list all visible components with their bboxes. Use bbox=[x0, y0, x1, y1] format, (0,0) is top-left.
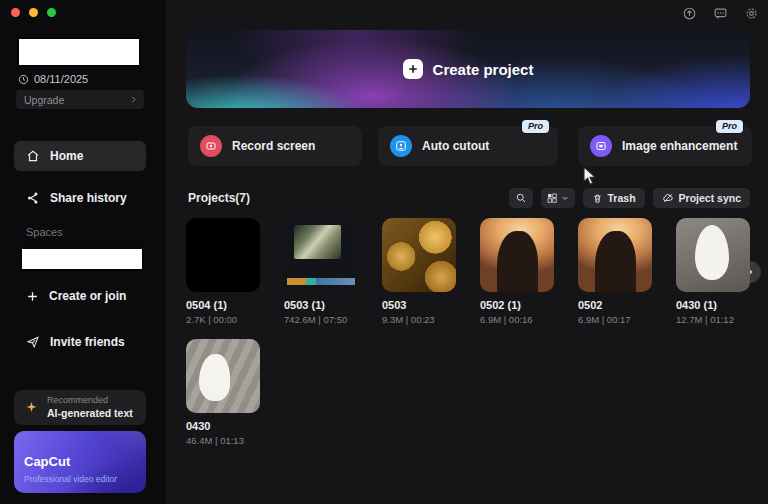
auto-cutout-button[interactable]: Auto cutout Pro bbox=[378, 126, 558, 166]
sidebar-item-label: Share history bbox=[50, 191, 127, 205]
minimize-window-button[interactable] bbox=[29, 8, 38, 17]
project-stats: 742.6M | 07:50 bbox=[284, 314, 358, 325]
project-name: 0503 bbox=[382, 299, 456, 311]
projects-header: Projects(7) bbox=[166, 188, 768, 210]
sidebar-item-label: Home bbox=[50, 149, 83, 163]
project-stats: 6.9M | 00:17 bbox=[578, 314, 652, 325]
invite-friends-button[interactable]: Invite friends bbox=[14, 327, 146, 357]
project-name: 0502 bbox=[578, 299, 652, 311]
project-stats: 12.7M | 01:12 bbox=[676, 314, 750, 325]
project-name: 0503 (1) bbox=[284, 299, 358, 311]
project-stats: 6.9M | 00:16 bbox=[480, 314, 554, 325]
space-name-redacted[interactable] bbox=[20, 247, 144, 271]
project-thumbnail[interactable] bbox=[186, 339, 260, 413]
project-name: 0430 (1) bbox=[676, 299, 750, 311]
search-button[interactable] bbox=[509, 188, 533, 208]
search-icon bbox=[515, 192, 527, 204]
main-area: Create project Record screen Auto cutout bbox=[166, 0, 768, 504]
trash-icon bbox=[592, 193, 603, 204]
recommended-eyebrow: Recommended bbox=[47, 395, 108, 405]
send-icon bbox=[26, 335, 40, 349]
titlebar-actions bbox=[680, 4, 760, 22]
project-thumbnail[interactable] bbox=[480, 218, 554, 292]
date-label: 08/11/2025 bbox=[34, 73, 88, 85]
project-thumbnail[interactable] bbox=[284, 218, 358, 292]
home-icon bbox=[26, 149, 40, 163]
project-stats: 2.7K | 00:00 bbox=[186, 314, 260, 325]
capcut-title: CapCut bbox=[24, 454, 70, 469]
mouse-cursor bbox=[583, 166, 598, 186]
trash-label: Trash bbox=[608, 192, 636, 204]
close-window-button[interactable] bbox=[11, 8, 20, 17]
project-sync-label: Project sync bbox=[679, 192, 741, 204]
capcut-home-window: 08/11/2025 Upgrade Home Share histor bbox=[0, 0, 768, 504]
sparkle-icon bbox=[24, 400, 39, 415]
project-card: 0430 46.4M | 01:13 bbox=[186, 339, 260, 446]
image-enhancement-icon bbox=[590, 135, 612, 157]
pro-badge: Pro bbox=[716, 120, 743, 133]
project-stats: 9.3M | 00:23 bbox=[382, 314, 456, 325]
zoom-window-button[interactable] bbox=[47, 8, 56, 17]
auto-cutout-label: Auto cutout bbox=[422, 139, 489, 153]
pro-badge: Pro bbox=[522, 120, 549, 133]
create-project-banner[interactable]: Create project bbox=[186, 30, 750, 108]
record-screen-label: Record screen bbox=[232, 139, 315, 153]
plus-icon bbox=[26, 290, 39, 303]
project-thumbnail[interactable] bbox=[382, 218, 456, 292]
sidebar-item-share-history[interactable]: Share history bbox=[14, 183, 146, 213]
create-project-label: Create project bbox=[433, 61, 534, 78]
image-enhancement-button[interactable]: Image enhancement Pro bbox=[578, 126, 752, 166]
upgrade-label: Upgrade bbox=[24, 94, 64, 106]
settings-gear-icon[interactable] bbox=[742, 4, 760, 22]
account-date: 08/11/2025 bbox=[18, 73, 88, 85]
record-screen-button[interactable]: Record screen bbox=[188, 126, 362, 166]
auto-cutout-icon bbox=[390, 135, 412, 157]
capcut-promo-banner[interactable]: CapCut Professional video editor bbox=[14, 431, 146, 493]
project-card: 0502 6.9M | 00:17 bbox=[578, 218, 652, 325]
project-card: 0430 (1) 12.7M | 01:12 bbox=[676, 218, 750, 325]
sidebar-item-home[interactable]: Home bbox=[14, 141, 146, 171]
project-sync-button[interactable]: Project sync bbox=[653, 188, 750, 208]
project-card: 0502 (1) 6.9M | 00:16 bbox=[480, 218, 554, 325]
project-thumbnail[interactable] bbox=[676, 218, 750, 292]
cloud-sync-off-icon bbox=[662, 192, 674, 204]
user-name-redacted[interactable] bbox=[17, 37, 141, 67]
project-thumbnail[interactable] bbox=[578, 218, 652, 292]
project-name: 0430 bbox=[186, 420, 260, 432]
project-stats: 46.4M | 01:13 bbox=[186, 435, 260, 446]
project-card: 0504 (1) 2.7K | 00:00 bbox=[186, 218, 260, 325]
plus-icon bbox=[403, 59, 423, 79]
trash-button[interactable]: Trash bbox=[583, 188, 645, 208]
create-or-join-label: Create or join bbox=[49, 289, 126, 303]
project-card: 0503 9.3M | 00:23 bbox=[382, 218, 456, 325]
recommended-ai-text-card[interactable]: Recommended AI-generated text bbox=[14, 390, 146, 425]
projects-count-title: Projects(7) bbox=[188, 191, 250, 205]
upgrade-button[interactable]: Upgrade bbox=[16, 90, 144, 109]
sidebar: 08/11/2025 Upgrade Home Share histor bbox=[0, 0, 166, 504]
share-icon bbox=[26, 191, 40, 205]
image-enhancement-label: Image enhancement bbox=[622, 139, 737, 153]
invite-friends-label: Invite friends bbox=[50, 335, 125, 349]
projects-grid: 0504 (1) 2.7K | 00:00 0503 (1) 742.6M | … bbox=[186, 218, 768, 446]
record-screen-icon bbox=[200, 135, 222, 157]
update-icon[interactable] bbox=[680, 4, 698, 22]
clock-icon bbox=[18, 74, 29, 85]
project-name: 0502 (1) bbox=[480, 299, 554, 311]
grid-view-icon bbox=[546, 192, 558, 204]
quick-actions-row: Record screen Auto cutout Pro bbox=[166, 126, 768, 166]
project-thumbnail[interactable] bbox=[186, 218, 260, 292]
project-card: 0503 (1) 742.6M | 07:50 bbox=[284, 218, 358, 325]
feedback-icon[interactable] bbox=[711, 4, 729, 22]
recommended-label: AI-generated text bbox=[47, 407, 133, 419]
chevron-right-icon bbox=[129, 95, 138, 104]
create-or-join-button[interactable]: Create or join bbox=[14, 281, 146, 311]
chevron-down-icon bbox=[561, 194, 569, 202]
spaces-section-label: Spaces bbox=[26, 226, 63, 238]
capcut-subtitle: Professional video editor bbox=[24, 474, 117, 484]
project-name: 0504 (1) bbox=[186, 299, 260, 311]
view-mode-dropdown[interactable] bbox=[541, 188, 575, 208]
